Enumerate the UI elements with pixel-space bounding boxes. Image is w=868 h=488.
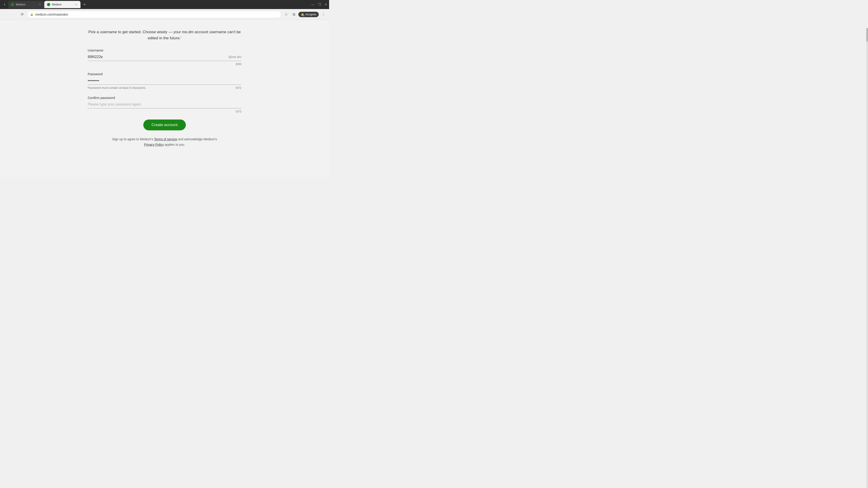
username-label: Username <box>88 48 241 52</box>
tab-favicon-1 <box>11 3 14 6</box>
confirm-password-meta: 0/72 <box>88 110 241 113</box>
window-controls: — ❐ ✕ <box>311 3 327 6</box>
tab-medium-1[interactable]: Medium ✕ <box>8 1 44 8</box>
privacy-policy-link[interactable]: Privacy Policy <box>144 143 164 147</box>
new-tab-button[interactable]: + <box>81 1 88 8</box>
footer-text: Sign up to agree to Medium's Terms of se… <box>88 137 241 148</box>
title-bar: ▾ Medium ✕ Medium ✕ + — ❐ ✕ <box>0 0 329 9</box>
browser-chrome: ▾ Medium ✕ Medium ✕ + — ❐ ✕ ← → ⟳ <box>0 0 329 20</box>
confirm-password-input[interactable] <box>88 101 241 107</box>
footer-middle: and acknowledge Medium's <box>177 137 217 141</box>
back-button[interactable]: ← <box>3 11 9 18</box>
tab-label-1: Medium <box>16 3 36 6</box>
footer-prefix: Sign up to agree to Medium's <box>112 137 154 141</box>
footer-suffix: applies to you. <box>164 143 185 147</box>
username-suffix: @me.dm <box>228 55 241 59</box>
tab-medium-2[interactable]: Medium ✕ <box>44 1 81 8</box>
username-count: 8/30 <box>236 62 241 66</box>
tab-favicon-2 <box>47 3 50 6</box>
reload-button[interactable]: ⟳ <box>19 11 25 18</box>
password-input-wrapper <box>88 78 241 85</box>
bookmark-button[interactable]: ☆ <box>283 11 289 18</box>
address-bar-right: ☆ ⧉ 🕵 Incognito ⋮ <box>283 11 327 18</box>
confirm-password-input-wrapper <box>88 101 241 108</box>
username-group: Username @me.dm 8/30 <box>88 48 241 66</box>
username-input-wrapper: @me.dm <box>88 54 241 61</box>
split-view-button[interactable]: ⧉ <box>291 11 297 18</box>
terms-of-service-link[interactable]: Terms of service <box>154 137 177 141</box>
form-container: Username @me.dm 8/30 Password Password m… <box>88 48 241 148</box>
address-bar: ← → ⟳ 🔒 medium.com/mastodon ☆ ⧉ 🕵 Incogn… <box>0 9 329 20</box>
create-button-container: Create account <box>88 120 241 130</box>
maximize-button[interactable]: ❐ <box>318 3 321 6</box>
tab-label-2: Medium <box>52 3 72 6</box>
password-hint: Password must contain at least 8 charact… <box>88 86 146 90</box>
password-count: 9/72 <box>236 86 241 90</box>
confirm-password-group: Confirm password 0/72 <box>88 96 241 113</box>
confirm-password-label: Confirm password <box>88 96 241 100</box>
tab-expand-btn[interactable]: ▾ <box>2 2 7 7</box>
confirm-password-count: 0/72 <box>236 110 241 113</box>
page-content: Pick a username to get started. Choose w… <box>0 20 329 177</box>
password-group: Password Password must contain at least … <box>88 72 241 90</box>
intro-text: Pick a username to get started. Choose w… <box>88 29 241 41</box>
url-text: medium.com/mastodon <box>35 13 278 16</box>
minimize-button[interactable]: — <box>311 3 314 6</box>
password-meta: Password must contain at least 8 charact… <box>88 86 241 90</box>
create-account-button[interactable]: Create account <box>143 120 186 130</box>
tab-close-2[interactable]: ✕ <box>74 3 78 6</box>
menu-button[interactable]: ⋮ <box>320 11 327 18</box>
forward-button[interactable]: → <box>11 11 17 18</box>
url-bar[interactable]: 🔒 medium.com/mastodon <box>27 11 281 18</box>
password-label: Password <box>88 72 241 76</box>
tab-close-1[interactable]: ✕ <box>38 3 41 6</box>
lock-icon: 🔒 <box>30 13 33 16</box>
close-button[interactable]: ✕ <box>324 3 327 6</box>
password-input[interactable] <box>88 78 241 84</box>
username-meta: 8/30 <box>88 62 241 66</box>
incognito-label: Incognito <box>305 13 316 16</box>
username-input[interactable] <box>88 54 227 60</box>
incognito-badge[interactable]: 🕵 Incognito <box>298 12 319 17</box>
incognito-icon: 🕵 <box>301 13 305 16</box>
